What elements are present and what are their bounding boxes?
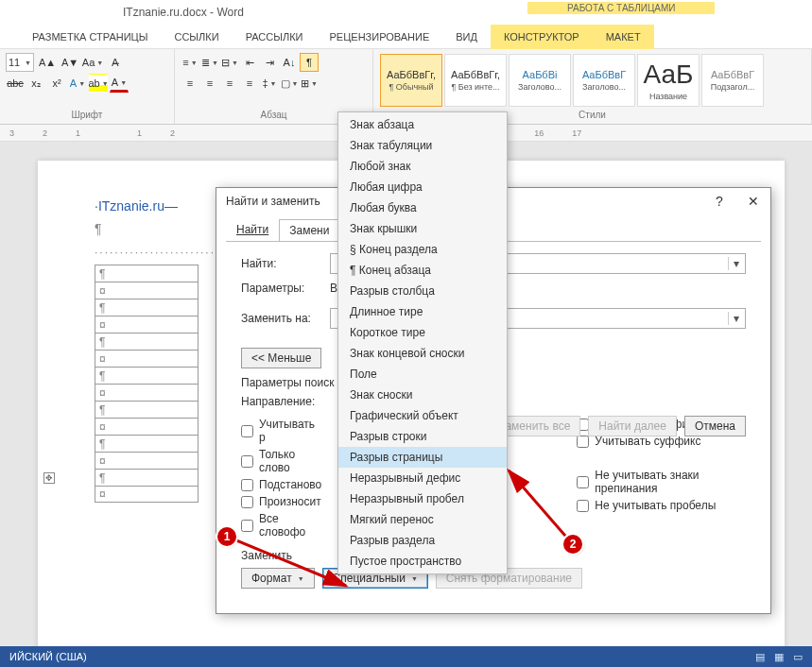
- change-case-button[interactable]: Aa▼: [83, 53, 102, 72]
- style-item-5[interactable]: АаБбВвГПодзагол...: [701, 54, 764, 107]
- style-item-2[interactable]: АаБбВіЗаголово...: [509, 54, 571, 107]
- special-menu-item[interactable]: Графический объект: [338, 405, 507, 426]
- table-row[interactable]: ¶: [95, 265, 199, 282]
- highlight-button[interactable]: ab▼: [89, 74, 108, 93]
- table-row[interactable]: ¤: [95, 452, 199, 469]
- special-menu-item[interactable]: Пустое пространство: [338, 551, 507, 572]
- tab-table-layout[interactable]: МАКЕТ: [593, 25, 654, 49]
- special-menu-item[interactable]: Разрыв страницы: [338, 447, 507, 468]
- table-row[interactable]: ¶: [95, 367, 199, 384]
- table-row[interactable]: ¤: [95, 350, 199, 367]
- line-spacing-button[interactable]: ‡▼: [260, 74, 279, 93]
- tab-review[interactable]: РЕЦЕНЗИРОВАНИЕ: [316, 25, 442, 49]
- font-size-combo[interactable]: 11▼: [6, 53, 34, 72]
- sounds-like-checkbox[interactable]: Произносит: [241, 495, 321, 508]
- whole-word-checkbox[interactable]: Только слово: [241, 448, 321, 474]
- find-next-button[interactable]: Найти далее: [588, 416, 677, 436]
- tab-references[interactable]: ССЫЛКИ: [161, 25, 232, 49]
- print-layout-icon[interactable]: ▦: [774, 651, 784, 663]
- table-row[interactable]: ¶: [95, 469, 199, 486]
- table-row[interactable]: ¶: [95, 401, 199, 418]
- web-layout-icon[interactable]: ▭: [793, 651, 803, 663]
- multilevel-button[interactable]: ⊟▼: [220, 53, 239, 72]
- table-row[interactable]: ¤: [95, 486, 199, 503]
- tab-mailings[interactable]: РАССЫЛКИ: [233, 25, 317, 49]
- show-marks-button[interactable]: ¶: [300, 53, 319, 72]
- less-button[interactable]: << Меньше: [241, 348, 321, 368]
- table-row[interactable]: ¤: [95, 316, 199, 333]
- ignore-punct-checkbox[interactable]: Не учитывать знаки препинания: [577, 469, 746, 495]
- format-button[interactable]: Формат▼: [241, 568, 315, 589]
- style-item-3[interactable]: АаБбВвГЗаголово...: [573, 54, 635, 107]
- table-row[interactable]: ¶: [95, 299, 199, 316]
- tab-page-layout[interactable]: РАЗМЕТКА СТРАНИЦЫ: [19, 25, 161, 49]
- match-suffix-checkbox[interactable]: Учитывать суффикс: [577, 435, 746, 448]
- numbering-button[interactable]: ≣▼: [200, 53, 219, 72]
- match-case-checkbox[interactable]: Учитывать р: [241, 418, 321, 444]
- justify-button[interactable]: ≡: [240, 74, 259, 93]
- clear-format-button[interactable]: A̶: [106, 53, 125, 72]
- special-menu-item[interactable]: Знак сноски: [338, 385, 507, 405]
- wildcards-checkbox[interactable]: Подстаново: [241, 478, 321, 491]
- table-row[interactable]: ¤: [95, 384, 199, 401]
- superscript-button[interactable]: x²: [47, 74, 66, 93]
- font-color-button[interactable]: A▼: [110, 74, 129, 93]
- style-item-4[interactable]: АаБНазвание: [637, 54, 700, 107]
- shading-button[interactable]: ▢▼: [280, 74, 299, 93]
- borders-button[interactable]: ⊞▼: [300, 74, 319, 93]
- find-label: Найти:: [241, 257, 330, 270]
- dialog-help-button[interactable]: ?: [702, 188, 736, 214]
- increase-indent-button[interactable]: ⇥: [260, 53, 279, 72]
- status-language[interactable]: ИЙСКИЙ (США): [9, 651, 87, 662]
- special-menu: Знак абзацаЗнак табуляцииЛюбой знакЛюбая…: [337, 111, 508, 574]
- grow-font-button[interactable]: A▲: [38, 53, 57, 72]
- subscript-button[interactable]: x₂: [26, 74, 45, 93]
- bullets-button[interactable]: ≡▼: [181, 53, 199, 72]
- table-row[interactable]: ¶: [95, 435, 199, 452]
- sort-button[interactable]: A↓: [280, 53, 299, 72]
- align-left-button[interactable]: ≡: [181, 74, 199, 93]
- tab-view[interactable]: ВИД: [442, 25, 491, 49]
- special-menu-item[interactable]: Знак крышки: [338, 218, 507, 239]
- strike-button[interactable]: abc: [6, 74, 25, 93]
- special-menu-item[interactable]: Разрыв столбца: [338, 281, 507, 301]
- special-menu-item[interactable]: Любая буква: [338, 197, 507, 218]
- read-mode-icon[interactable]: ▤: [755, 651, 765, 663]
- status-bar: ИЙСКИЙ (США) ▤ ▦ ▭: [0, 646, 812, 667]
- align-right-button[interactable]: ≡: [220, 74, 239, 93]
- ribbon-tabs: РАЗМЕТКА СТРАНИЦЫ ССЫЛКИ РАССЫЛКИ РЕЦЕНЗ…: [0, 25, 812, 49]
- special-menu-item[interactable]: Знак концевой сноски: [338, 343, 507, 364]
- special-menu-item[interactable]: Разрыв строки: [338, 426, 507, 447]
- special-menu-item[interactable]: Мягкий перенос: [338, 509, 507, 530]
- table-row[interactable]: ¶: [95, 333, 199, 350]
- tab-find[interactable]: Найти: [226, 218, 279, 241]
- contextual-tab-label: РАБОТА С ТАБЛИЦАМИ: [527, 2, 715, 14]
- cancel-button[interactable]: Отмена: [684, 416, 746, 436]
- special-menu-item[interactable]: Поле: [338, 364, 507, 385]
- special-menu-item[interactable]: § Конец раздела: [338, 239, 507, 260]
- style-item-0[interactable]: АаБбВвГг,¶ Обычный: [380, 54, 442, 107]
- ignore-space-checkbox[interactable]: Не учитывать пробелы: [577, 499, 746, 512]
- align-center-button[interactable]: ≡: [200, 74, 219, 93]
- table-move-handle-icon[interactable]: ✥: [43, 472, 55, 484]
- special-menu-item[interactable]: Любой знак: [338, 156, 507, 177]
- dialog-close-button[interactable]: ✕: [736, 188, 770, 214]
- special-menu-item[interactable]: Неразрывный пробел: [338, 488, 507, 509]
- style-item-1[interactable]: АаБбВвГг,¶ Без инте...: [444, 54, 507, 107]
- special-menu-item[interactable]: Знак табуляции: [338, 135, 507, 156]
- text-effects-button[interactable]: A▼: [68, 74, 87, 93]
- table-row[interactable]: ¤: [95, 418, 199, 435]
- tab-replace[interactable]: Замени: [279, 219, 339, 242]
- tab-table-design[interactable]: КОНСТРУКТОР: [491, 25, 593, 49]
- word-forms-checkbox[interactable]: Все словофо: [241, 512, 321, 539]
- special-menu-item[interactable]: Знак абзаца: [338, 114, 507, 135]
- special-menu-item[interactable]: Любая цифра: [338, 177, 507, 197]
- shrink-font-button[interactable]: A▼: [60, 53, 79, 72]
- special-menu-item[interactable]: Неразрывный дефис: [338, 468, 507, 488]
- special-menu-item[interactable]: Длинное тире: [338, 301, 507, 322]
- table-row[interactable]: ¤: [95, 282, 199, 299]
- special-menu-item[interactable]: Разрыв раздела: [338, 530, 507, 551]
- special-menu-item[interactable]: Короткое тире: [338, 322, 507, 343]
- decrease-indent-button[interactable]: ⇤: [240, 53, 259, 72]
- special-menu-item[interactable]: ¶ Конец абзаца: [338, 260, 507, 281]
